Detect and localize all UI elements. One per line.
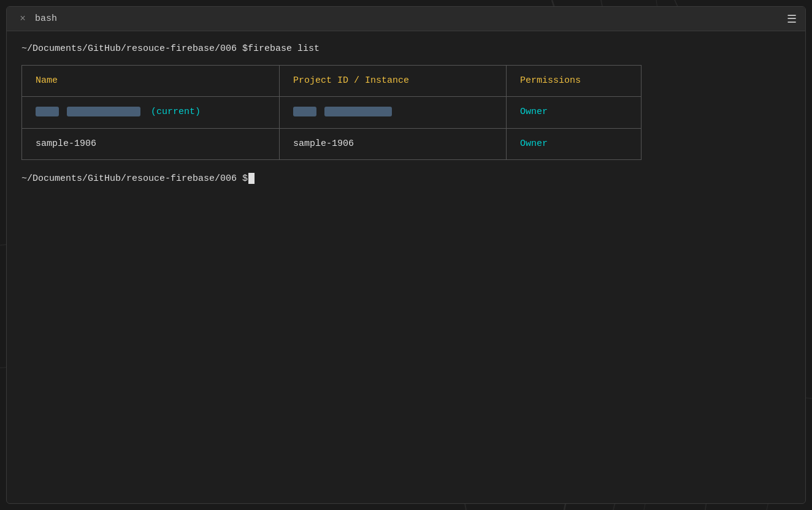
redacted-project-block-2: [324, 107, 392, 116]
table-row: (current) Owner: [22, 97, 642, 129]
table-row: sample-1906 sample-1906 Owner: [22, 128, 642, 160]
header-permissions: Permissions: [507, 65, 642, 97]
titlebar-left: × bash: [17, 13, 57, 25]
table-cell-project-2: sample-1906: [280, 128, 507, 160]
menu-button[interactable]: ☰: [787, 12, 795, 26]
redacted-project-block-1: [293, 107, 316, 116]
header-project-id: Project ID / Instance: [280, 65, 507, 97]
cursor: [248, 173, 255, 184]
table-cell-project-1: [280, 97, 507, 129]
prompt-line-2[interactable]: ~/Documents/GitHub/resouce-firebase/006 …: [21, 172, 791, 186]
owner-label-2: Owner: [520, 139, 548, 149]
table-header-row: Name Project ID / Instance Permissions: [22, 65, 642, 97]
owner-label-1: Owner: [520, 107, 548, 117]
close-button[interactable]: ×: [17, 13, 29, 25]
terminal-body: ~/Documents/GitHub/resouce-firebase/006 …: [7, 31, 805, 503]
current-label: (current): [151, 107, 201, 117]
redacted-name-block-2: [67, 107, 140, 116]
table-cell-permissions-2: Owner: [507, 128, 642, 160]
titlebar: × bash ☰: [7, 7, 805, 31]
table-cell-name-1: (current): [22, 97, 280, 129]
table-cell-name-2: sample-1906: [22, 128, 280, 160]
prompt-line-1: ~/Documents/GitHub/resouce-firebase/006 …: [21, 42, 791, 56]
header-name: Name: [22, 65, 280, 97]
close-icon: ×: [20, 14, 26, 24]
redacted-name-block-1: [36, 107, 59, 116]
table-cell-permissions-1: Owner: [507, 97, 642, 129]
window-title: bash: [35, 13, 57, 24]
prompt-text-2: ~/Documents/GitHub/resouce-firebase/006 …: [21, 173, 248, 184]
firebase-list-table: Name Project ID / Instance Permissions (…: [21, 65, 642, 161]
terminal-window: × bash ☰ ~/Documents/GitHub/resouce-fire…: [6, 6, 806, 504]
